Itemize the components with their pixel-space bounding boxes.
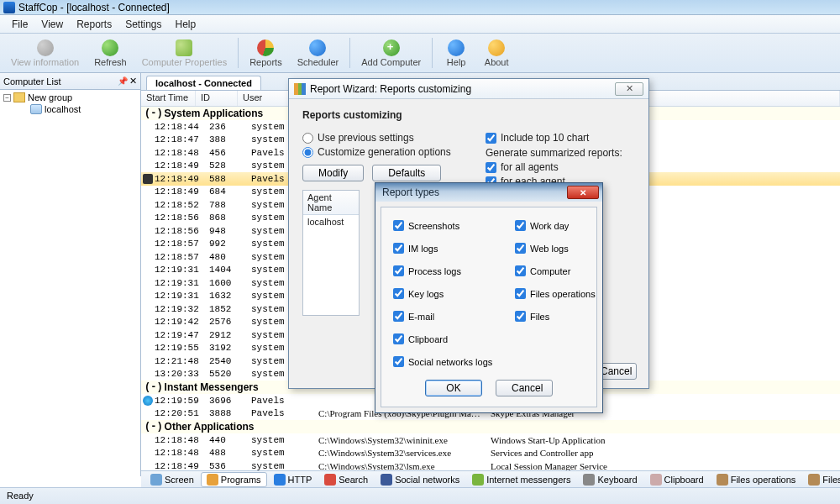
tab-icon (472, 474, 484, 486)
report-types-title: Report types (382, 186, 567, 198)
tab-icon (274, 474, 286, 486)
bottom-tab-internet-messengers[interactable]: Internet messengers (466, 472, 576, 487)
defaults-button[interactable]: Defaults (372, 165, 441, 181)
report-types-dialog: Report types ✕ Screenshots Work day IM l… (375, 182, 603, 413)
computer-list-panel: Computer List 📌 ✕ −New grouplocalhost (0, 73, 141, 476)
reports-icon (257, 39, 274, 56)
bottom-tab-search[interactable]: Search (318, 472, 374, 487)
wizard-close-button[interactable]: ✕ (615, 82, 643, 96)
agent-list-header: Agent Name (303, 191, 359, 215)
chk-key-logs[interactable]: Key logs (393, 288, 515, 299)
status-bar: Ready (0, 487, 840, 504)
wizard-title: Report Wizard: Reports customizing (310, 83, 471, 95)
wizard-heading: Reports customizing (302, 109, 635, 121)
gen-sum-label: Generate summarized reports: (486, 147, 622, 159)
radio-customize[interactable]: Customize generation options (302, 146, 462, 158)
computer-icon (30, 104, 42, 114)
window-title: StaffCop - [localhost - Connected] (18, 2, 170, 13)
panel-close-icon[interactable]: ✕ (129, 76, 137, 87)
toolbar-view-information: View information (3, 34, 87, 71)
toolbar-add-computer[interactable]: Add Computer (354, 34, 428, 71)
pin-icon[interactable]: 📌 (118, 76, 128, 86)
status-text: Ready (7, 491, 34, 501)
chk-files-operations[interactable]: Files operations (515, 288, 637, 299)
tab-icon (324, 474, 336, 486)
col-start-time[interactable]: Start Time (141, 91, 196, 106)
bottom-tab-screen[interactable]: Screen (144, 472, 200, 487)
agent-list[interactable]: Agent Name localhost (302, 190, 360, 316)
tab-icon (150, 474, 162, 486)
bottom-tab-files[interactable]: Files (802, 472, 840, 487)
chk-screenshots[interactable]: Screenshots (393, 220, 515, 231)
bottom-tab-social-networks[interactable]: Social networks (375, 472, 465, 487)
toolbar: View informationRefreshComputer Properti… (0, 34, 840, 73)
radio-previous[interactable]: Use previous settings (302, 132, 462, 144)
tab-icon (808, 474, 820, 486)
document-tab[interactable]: localhost - Connected (146, 76, 261, 90)
wizard-icon (294, 83, 306, 95)
app-icon (3, 2, 15, 13)
modify-button[interactable]: Modify (302, 165, 364, 181)
refresh-icon (102, 39, 118, 56)
report-types-cancel-button[interactable]: Cancel (496, 380, 553, 396)
report-types-ok-button[interactable]: OK (425, 380, 482, 396)
tree-group[interactable]: −New group (3, 92, 137, 103)
toolbar-refresh[interactable]: Refresh (87, 34, 134, 71)
bottom-tab-programs[interactable]: Programs (201, 472, 267, 487)
toolbar-about[interactable]: About (476, 34, 517, 71)
computer-tree[interactable]: −New grouplocalhost (0, 90, 140, 476)
wizard-titlebar[interactable]: Report Wizard: Reports customizing ✕ (289, 79, 648, 99)
tab-icon (381, 474, 392, 486)
report-types-titlebar[interactable]: Report types ✕ (375, 183, 602, 202)
report-types-close-button[interactable]: ✕ (567, 186, 599, 199)
menu-reports[interactable]: Reports (70, 17, 118, 32)
tab-icon (583, 474, 595, 486)
bottom-tab-strip: ScreenProgramsHTTPSearchSocial networksI… (141, 470, 840, 487)
scheduler-icon (309, 39, 326, 56)
panel-caption: Computer List 📌 ✕ (0, 73, 140, 90)
title-bar: StaffCop - [localhost - Connected] (0, 0, 840, 15)
about-icon (488, 39, 505, 56)
chk-computer[interactable]: Computer (515, 265, 637, 276)
chk-work-day[interactable]: Work day (515, 220, 637, 231)
collapse-icon[interactable]: − (3, 94, 11, 102)
bottom-tab-files-operations[interactable]: Files operations (711, 472, 802, 487)
chk-files[interactable]: Files (515, 311, 637, 322)
chk-clipboard[interactable]: Clipboard (393, 333, 515, 344)
toolbar-help[interactable]: Help (436, 34, 476, 71)
col-id[interactable]: ID (196, 91, 238, 106)
chk-process-logs[interactable]: Process logs (393, 265, 515, 276)
menu-help[interactable]: Help (169, 17, 203, 32)
folder-icon (13, 92, 25, 102)
view-information-icon (37, 39, 54, 56)
chk-top10[interactable]: Include top 10 chart (486, 132, 622, 144)
computer-properties-icon (176, 39, 192, 56)
chk-web-logs[interactable]: Web logs (515, 243, 637, 254)
panel-title: Computer List (3, 76, 60, 87)
content-area: localhost - Connected Start Time ID User… (141, 73, 840, 476)
agent-list-row[interactable]: localhost (303, 215, 359, 228)
chk-social-networks-logs[interactable]: Social networks logs (393, 356, 515, 367)
menu-view[interactable]: View (34, 17, 70, 32)
toolbar-scheduler[interactable]: Scheduler (290, 34, 347, 71)
toolbar-computer-properties: Computer Properties (134, 34, 235, 71)
bottom-tab-keyboard[interactable]: Keyboard (577, 472, 643, 487)
toolbar-reports[interactable]: Reports (242, 34, 290, 71)
chk-for-all[interactable]: for all agents (486, 161, 622, 173)
table-row[interactable]: 12:18:48440systemC:\Windows\System32\win… (141, 433, 840, 447)
tab-icon (650, 474, 662, 486)
chk-im-logs[interactable]: IM logs (393, 243, 515, 254)
tree-computer[interactable]: localhost (3, 103, 137, 115)
bottom-tab-http[interactable]: HTTP (268, 472, 318, 487)
menu-settings[interactable]: Settings (118, 17, 168, 32)
table-row[interactable]: 12:18:48488systemC:\Windows\System32\ser… (141, 447, 840, 460)
add-computer-icon (383, 39, 400, 56)
tab-icon (717, 474, 728, 486)
tab-icon (207, 474, 218, 486)
group-row[interactable]: (-) Other Applications (141, 420, 840, 433)
menu-file[interactable]: File (5, 17, 34, 32)
help-icon (448, 39, 465, 56)
chk-e-mail[interactable]: E-mail (393, 311, 515, 322)
menu-bar: FileViewReportsSettingsHelp (0, 15, 840, 34)
bottom-tab-clipboard[interactable]: Clipboard (644, 472, 710, 487)
